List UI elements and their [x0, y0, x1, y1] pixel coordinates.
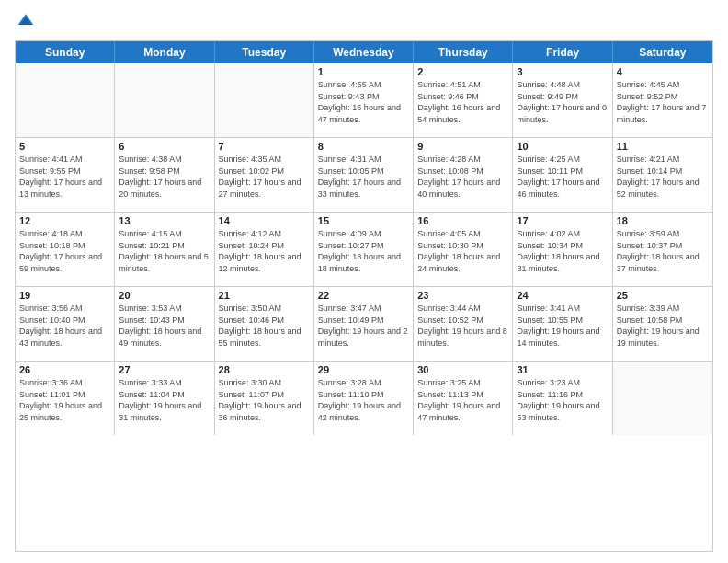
- day-number: 20: [119, 290, 210, 301]
- day-number: 22: [318, 290, 409, 301]
- day-info: Sunrise: 3:47 AMSunset: 10:49 PMDaylight…: [318, 303, 409, 349]
- cal-cell: 26Sunrise: 3:36 AMSunset: 11:01 PMDaylig…: [16, 362, 115, 435]
- day-info: Sunrise: 4:09 AMSunset: 10:27 PMDaylight…: [318, 228, 409, 274]
- day-number: 8: [318, 141, 409, 152]
- cal-cell: 8Sunrise: 4:31 AMSunset: 10:05 PMDayligh…: [314, 138, 414, 212]
- day-info: Sunrise: 4:21 AMSunset: 10:14 PMDaylight…: [617, 154, 709, 200]
- day-number: 21: [219, 290, 310, 301]
- week-row-3: 19Sunrise: 3:56 AMSunset: 10:40 PMDaylig…: [16, 287, 712, 362]
- day-number: 19: [19, 290, 110, 301]
- cal-cell: 29Sunrise: 3:28 AMSunset: 11:10 PMDaylig…: [314, 362, 414, 435]
- cal-cell: 18Sunrise: 3:59 AMSunset: 10:37 PMDaylig…: [613, 213, 712, 286]
- day-number: 9: [417, 141, 508, 152]
- header-thursday: Thursday: [414, 41, 513, 63]
- cal-cell: 28Sunrise: 3:30 AMSunset: 11:07 PMDaylig…: [215, 362, 314, 435]
- day-number: 25: [617, 290, 709, 301]
- day-info: Sunrise: 4:25 AMSunset: 10:11 PMDaylight…: [517, 154, 608, 200]
- cal-cell: 16Sunrise: 4:05 AMSunset: 10:30 PMDaylig…: [414, 213, 513, 286]
- cal-cell: 12Sunrise: 4:18 AMSunset: 10:18 PMDaylig…: [16, 213, 115, 286]
- day-number: 12: [19, 215, 110, 226]
- cal-cell: 9Sunrise: 4:28 AMSunset: 10:08 PMDayligh…: [414, 138, 513, 212]
- header-monday: Monday: [115, 41, 214, 63]
- day-number: 11: [617, 141, 709, 152]
- day-number: 6: [119, 141, 210, 152]
- day-info: Sunrise: 4:28 AMSunset: 10:08 PMDaylight…: [417, 154, 508, 200]
- cal-cell: 1Sunrise: 4:55 AMSunset: 9:43 PMDaylight…: [314, 63, 414, 137]
- cal-cell: 31Sunrise: 3:23 AMSunset: 11:16 PMDaylig…: [513, 362, 612, 435]
- day-info: Sunrise: 4:48 AMSunset: 9:49 PMDaylight:…: [517, 79, 608, 125]
- day-number: 4: [617, 66, 709, 77]
- day-info: Sunrise: 4:02 AMSunset: 10:34 PMDaylight…: [517, 228, 608, 274]
- calendar: SundayMondayTuesdayWednesdayThursdayFrid…: [15, 40, 713, 552]
- cal-cell: 13Sunrise: 4:15 AMSunset: 10:21 PMDaylig…: [115, 213, 214, 286]
- day-number: 1: [318, 66, 409, 77]
- cal-cell: [115, 63, 214, 137]
- week-row-4: 26Sunrise: 3:36 AMSunset: 11:01 PMDaylig…: [16, 362, 712, 435]
- logo: [15, 11, 35, 33]
- cal-cell: 30Sunrise: 3:25 AMSunset: 11:13 PMDaylig…: [414, 362, 513, 435]
- cal-cell: 4Sunrise: 4:45 AMSunset: 9:52 PMDaylight…: [613, 63, 712, 137]
- day-number: 30: [417, 364, 508, 375]
- cal-cell: 21Sunrise: 3:50 AMSunset: 10:46 PMDaylig…: [215, 287, 314, 361]
- header-tuesday: Tuesday: [215, 41, 314, 63]
- day-number: 3: [517, 66, 608, 77]
- day-info: Sunrise: 4:15 AMSunset: 10:21 PMDaylight…: [119, 228, 210, 274]
- day-number: 15: [318, 215, 409, 226]
- cal-cell: 7Sunrise: 4:35 AMSunset: 10:02 PMDayligh…: [215, 138, 314, 212]
- day-number: 31: [517, 364, 608, 375]
- header-wednesday: Wednesday: [314, 41, 414, 63]
- cal-cell: 6Sunrise: 4:38 AMSunset: 9:58 PMDaylight…: [115, 138, 214, 212]
- day-info: Sunrise: 3:33 AMSunset: 11:04 PMDaylight…: [119, 377, 210, 423]
- day-number: 29: [318, 364, 409, 375]
- cal-cell: 10Sunrise: 4:25 AMSunset: 10:11 PMDaylig…: [513, 138, 612, 212]
- cal-cell: 3Sunrise: 4:48 AMSunset: 9:49 PMDaylight…: [513, 63, 612, 137]
- day-info: Sunrise: 3:53 AMSunset: 10:43 PMDaylight…: [119, 303, 210, 349]
- day-info: Sunrise: 4:35 AMSunset: 10:02 PMDaylight…: [219, 154, 310, 200]
- day-info: Sunrise: 3:23 AMSunset: 11:16 PMDaylight…: [517, 377, 608, 423]
- cal-cell: [613, 362, 712, 435]
- cal-cell: [215, 63, 314, 137]
- cal-cell: 11Sunrise: 4:21 AMSunset: 10:14 PMDaylig…: [613, 138, 712, 212]
- cal-cell: 5Sunrise: 4:41 AMSunset: 9:55 PMDaylight…: [16, 138, 115, 212]
- day-info: Sunrise: 4:41 AMSunset: 9:55 PMDaylight:…: [19, 154, 110, 200]
- day-info: Sunrise: 4:55 AMSunset: 9:43 PMDaylight:…: [318, 79, 409, 125]
- calendar-body: 1Sunrise: 4:55 AMSunset: 9:43 PMDaylight…: [16, 63, 712, 435]
- day-info: Sunrise: 3:44 AMSunset: 10:52 PMDaylight…: [417, 303, 508, 349]
- day-info: Sunrise: 3:41 AMSunset: 10:55 PMDaylight…: [517, 303, 608, 349]
- day-info: Sunrise: 4:05 AMSunset: 10:30 PMDaylight…: [417, 228, 508, 274]
- cal-cell: 2Sunrise: 4:51 AMSunset: 9:46 PMDaylight…: [414, 63, 513, 137]
- day-number: 18: [617, 215, 709, 226]
- cal-cell: 19Sunrise: 3:56 AMSunset: 10:40 PMDaylig…: [16, 287, 115, 361]
- day-info: Sunrise: 4:38 AMSunset: 9:58 PMDaylight:…: [119, 154, 210, 200]
- calendar-header: SundayMondayTuesdayWednesdayThursdayFrid…: [16, 41, 712, 63]
- day-info: Sunrise: 3:59 AMSunset: 10:37 PMDaylight…: [617, 228, 709, 274]
- day-number: 17: [517, 215, 608, 226]
- cal-cell: 24Sunrise: 3:41 AMSunset: 10:55 PMDaylig…: [513, 287, 612, 361]
- day-number: 2: [417, 66, 508, 77]
- day-number: 13: [119, 215, 210, 226]
- day-info: Sunrise: 3:28 AMSunset: 11:10 PMDaylight…: [318, 377, 409, 423]
- header-friday: Friday: [513, 41, 612, 63]
- logo-icon: [17, 11, 35, 29]
- cal-cell: 23Sunrise: 3:44 AMSunset: 10:52 PMDaylig…: [414, 287, 513, 361]
- page-header: [15, 11, 713, 33]
- day-number: 16: [417, 215, 508, 226]
- day-info: Sunrise: 3:25 AMSunset: 11:13 PMDaylight…: [417, 377, 508, 423]
- day-number: 10: [517, 141, 608, 152]
- cal-cell: 14Sunrise: 4:12 AMSunset: 10:24 PMDaylig…: [215, 213, 314, 286]
- day-info: Sunrise: 4:12 AMSunset: 10:24 PMDaylight…: [219, 228, 310, 274]
- cal-cell: 27Sunrise: 3:33 AMSunset: 11:04 PMDaylig…: [115, 362, 214, 435]
- cal-cell: 20Sunrise: 3:53 AMSunset: 10:43 PMDaylig…: [115, 287, 214, 361]
- day-number: 14: [219, 215, 310, 226]
- day-number: 24: [517, 290, 608, 301]
- day-info: Sunrise: 3:36 AMSunset: 11:01 PMDaylight…: [19, 377, 110, 423]
- header-saturday: Saturday: [613, 41, 712, 63]
- day-number: 27: [119, 364, 210, 375]
- week-row-2: 12Sunrise: 4:18 AMSunset: 10:18 PMDaylig…: [16, 213, 712, 287]
- day-info: Sunrise: 4:18 AMSunset: 10:18 PMDaylight…: [19, 228, 110, 274]
- day-info: Sunrise: 4:31 AMSunset: 10:05 PMDaylight…: [318, 154, 409, 200]
- day-number: 23: [417, 290, 508, 301]
- day-number: 26: [19, 364, 110, 375]
- cal-cell: 17Sunrise: 4:02 AMSunset: 10:34 PMDaylig…: [513, 213, 612, 286]
- cal-cell: 15Sunrise: 4:09 AMSunset: 10:27 PMDaylig…: [314, 213, 414, 286]
